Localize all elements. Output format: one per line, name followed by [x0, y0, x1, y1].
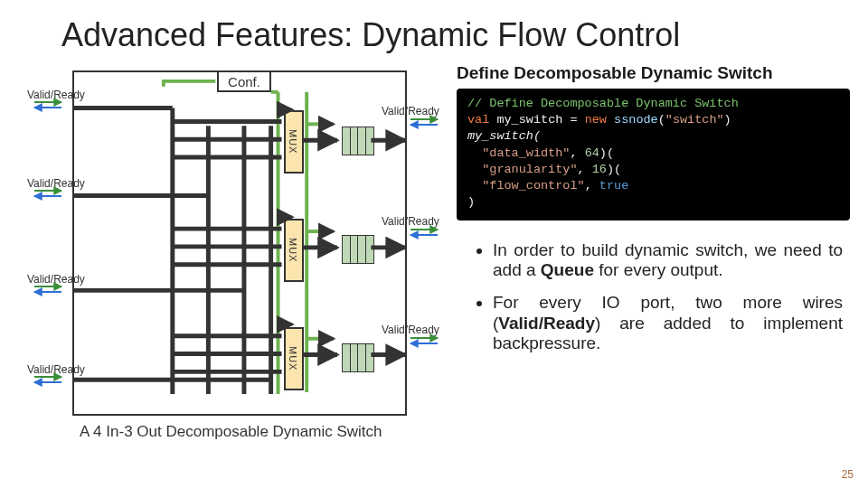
conf-block: Conf.: [217, 70, 271, 92]
code-l7: ): [467, 195, 475, 209]
bullet-2-bold: Valid/Ready: [498, 314, 595, 333]
code-k-dw: "data_width": [482, 146, 570, 160]
mux-3: MUX: [284, 327, 304, 390]
code-comment: // Define Decomposable Dynamic Switch: [467, 97, 739, 110]
bullet-1-bold: Queue: [541, 260, 594, 279]
code-type: ssnode: [614, 113, 658, 127]
code-block: // Define Decomposable Dynamic Switch va…: [457, 89, 850, 221]
code-v-16: 16: [592, 163, 607, 176]
code-v-true: true: [599, 179, 628, 192]
code-str-switch: "switch": [665, 113, 724, 127]
switch-boundary-box: Conf. MUX MUX MUX: [72, 70, 407, 416]
code-kw-new: new: [585, 113, 607, 127]
queue-1: [342, 127, 373, 155]
mux-1: MUX: [284, 110, 304, 174]
bullet-2: For every IO port, two more wires (Valid…: [493, 293, 850, 353]
queue-3: [342, 343, 373, 372]
code-var: my_switch: [496, 113, 562, 127]
section-heading: Define Decomposable Dynamic Switch: [457, 63, 850, 83]
queue-2: [342, 235, 373, 264]
bullet-1: In order to build dynamic switch, we nee…: [493, 240, 850, 281]
code-kw-val: val: [467, 113, 489, 127]
code-k-gran: "granularity": [482, 163, 577, 176]
bullet-list: In order to build dynamic switch, we nee…: [457, 240, 850, 354]
diagram-container: Valid/Ready Valid/Ready Valid/Ready Vali…: [25, 63, 441, 452]
page-number: 25: [842, 468, 854, 481]
page-title: Advanced Features: Dynamic Flow Control: [61, 16, 868, 54]
bullet-1-text-b: for every output.: [594, 260, 723, 279]
diagram-caption: A 4 In-3 Out Decomposable Dynamic Switch: [80, 423, 382, 441]
code-l3: my_switch(: [467, 129, 541, 143]
code-k-fc: "flow_control": [482, 179, 584, 192]
mux-2: MUX: [284, 219, 304, 282]
code-v-64: 64: [585, 146, 599, 160]
